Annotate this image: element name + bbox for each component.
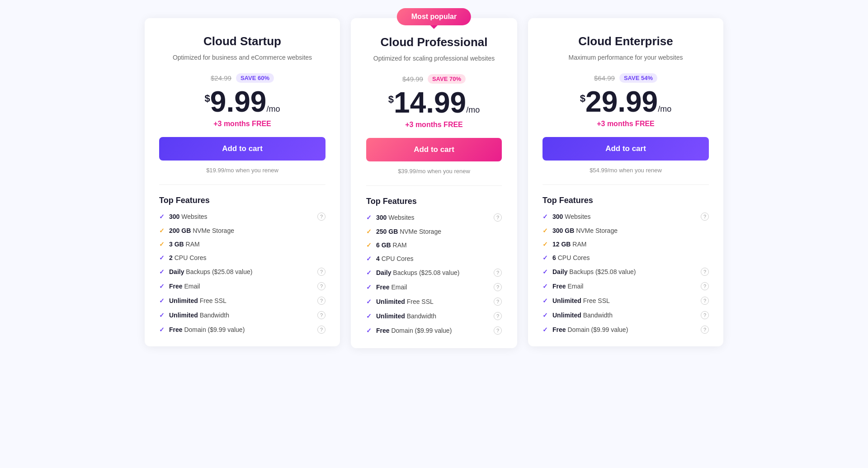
price-mo-professional: /mo (466, 105, 480, 114)
feature-domain-startup: ✓Free Domain ($9.99 value) ? (159, 326, 326, 334)
check-icon: ✓ (542, 254, 548, 261)
check-icon-yellow: ✓ (366, 228, 372, 235)
price-mo-startup: /mo (266, 104, 280, 113)
free-months-professional: +3 months FREE (366, 121, 502, 129)
info-icon[interactable]: ? (701, 297, 709, 305)
info-icon[interactable]: ? (701, 282, 709, 290)
check-icon-yellow: ✓ (542, 227, 548, 234)
feature-list-startup: ✓300 Websites ? ✓200 GB NVMe Storage ✓3 … (159, 213, 326, 334)
check-icon-yellow: ✓ (542, 241, 548, 248)
info-icon[interactable]: ? (494, 283, 502, 291)
pricing-badges-professional: $49.99 SAVE 70% (366, 74, 502, 84)
plan-card-professional: Cloud Professional Optimized for scaling… (351, 18, 517, 348)
check-icon: ✓ (159, 312, 165, 319)
feature-cpu-enterprise: ✓6 CPU Cores (542, 254, 709, 261)
price-row-startup: $9.99/mo (159, 87, 326, 116)
plan-title-professional: Cloud Professional (366, 35, 502, 49)
cards-row: Cloud Startup Optimized for business and… (145, 18, 723, 348)
price-amount-professional: 14.99 (394, 86, 466, 119)
plan-card-startup: Cloud Startup Optimized for business and… (145, 18, 340, 346)
feature-email-professional: ✓Free Email ? (366, 283, 502, 291)
info-icon[interactable]: ? (494, 298, 502, 306)
check-icon: ✓ (366, 269, 372, 276)
free-months-enterprise: +3 months FREE (542, 120, 709, 128)
feature-email-startup: ✓Free Email ? (159, 282, 326, 290)
check-icon: ✓ (366, 214, 372, 221)
check-icon: ✓ (366, 312, 372, 320)
info-icon[interactable]: ? (701, 326, 709, 334)
check-icon: ✓ (542, 297, 548, 304)
check-icon-yellow: ✓ (366, 241, 372, 249)
info-icon[interactable]: ? (317, 297, 326, 305)
renew-price-startup: $19.99/mo when you renew (159, 167, 326, 174)
free-months-startup: +3 months FREE (159, 120, 326, 128)
check-icon: ✓ (366, 284, 372, 291)
feature-ssl-enterprise: ✓Unlimited Free SSL ? (542, 297, 709, 305)
info-icon[interactable]: ? (317, 282, 326, 290)
plan-subtitle-enterprise: Maximum performance for your websites (542, 53, 709, 62)
feature-backups-startup: ✓Daily Backups ($25.08 value) ? (159, 268, 326, 276)
check-icon: ✓ (542, 268, 548, 275)
info-icon[interactable]: ? (317, 213, 326, 221)
plan-subtitle-professional: Optimized for scaling professional websi… (366, 54, 502, 63)
feature-domain-professional: ✓Free Domain ($9.99 value) ? (366, 326, 502, 335)
check-icon: ✓ (366, 298, 372, 305)
info-icon[interactable]: ? (317, 326, 326, 334)
plan-title-enterprise: Cloud Enterprise (542, 34, 709, 48)
feature-domain-enterprise: ✓Free Domain ($9.99 value) ? (542, 326, 709, 334)
save-badge-enterprise: SAVE 54% (619, 73, 657, 83)
divider-startup (159, 184, 326, 185)
top-features-title-startup: Top Features (159, 196, 326, 205)
original-price-professional: $49.99 (402, 75, 423, 83)
save-badge-professional: SAVE 70% (428, 74, 466, 84)
save-badge-startup: SAVE 60% (236, 73, 274, 83)
check-icon-yellow: ✓ (159, 227, 165, 234)
feature-cpu-startup: ✓2 CPU Cores (159, 254, 326, 261)
price-row-enterprise: $29.99/mo (542, 87, 709, 116)
add-to-cart-enterprise[interactable]: Add to cart (542, 137, 709, 161)
info-icon[interactable]: ? (317, 268, 326, 276)
check-icon: ✓ (159, 297, 165, 304)
feature-websites-startup: ✓300 Websites ? (159, 213, 326, 221)
info-icon[interactable]: ? (701, 213, 709, 221)
check-icon: ✓ (159, 213, 165, 220)
feature-list-enterprise: ✓300 Websites ? ✓300 GB NVMe Storage ✓12… (542, 213, 709, 334)
price-row-professional: $14.99/mo (366, 88, 502, 117)
info-icon[interactable]: ? (494, 213, 502, 222)
price-dollar-enterprise: $ (580, 93, 585, 104)
feature-email-enterprise: ✓Free Email ? (542, 282, 709, 290)
check-icon: ✓ (159, 268, 165, 275)
info-icon[interactable]: ? (494, 326, 502, 335)
original-price-enterprise: $64.99 (594, 74, 615, 82)
renew-price-professional: $39.99/mo when you renew (366, 168, 502, 175)
price-dollar-professional: $ (388, 94, 394, 105)
info-icon[interactable]: ? (494, 269, 502, 277)
add-to-cart-startup[interactable]: Add to cart (159, 137, 326, 161)
divider-professional (366, 185, 502, 186)
feature-backups-enterprise: ✓Daily Backups ($25.08 value) ? (542, 268, 709, 276)
most-popular-badge: Most popular (397, 8, 471, 25)
check-icon: ✓ (542, 213, 548, 220)
top-features-title-enterprise: Top Features (542, 196, 709, 205)
original-price-startup: $24.99 (211, 74, 231, 82)
price-mo-enterprise: /mo (658, 104, 671, 113)
info-icon[interactable]: ? (494, 312, 502, 320)
check-icon: ✓ (159, 283, 165, 290)
info-icon[interactable]: ? (317, 311, 326, 319)
feature-websites-enterprise: ✓300 Websites ? (542, 213, 709, 221)
feature-ram-enterprise: ✓12 GB RAM (542, 241, 709, 248)
feature-ssl-startup: ✓Unlimited Free SSL ? (159, 297, 326, 305)
feature-storage-startup: ✓200 GB NVMe Storage (159, 227, 326, 234)
pricing-badges-enterprise: $64.99 SAVE 54% (542, 73, 709, 83)
divider-enterprise (542, 184, 709, 185)
plan-subtitle-startup: Optimized for business and eCommerce web… (159, 53, 326, 62)
feature-storage-professional: ✓250 GB NVMe Storage (366, 228, 502, 235)
pricing-badges-startup: $24.99 SAVE 60% (159, 73, 326, 83)
info-icon[interactable]: ? (701, 268, 709, 276)
check-icon: ✓ (159, 254, 165, 261)
info-icon[interactable]: ? (701, 311, 709, 319)
plan-card-enterprise: Cloud Enterprise Maximum performance for… (528, 18, 723, 346)
check-icon-yellow: ✓ (159, 241, 165, 248)
feature-ram-startup: ✓3 GB RAM (159, 241, 326, 248)
add-to-cart-professional[interactable]: Add to cart (366, 138, 502, 161)
